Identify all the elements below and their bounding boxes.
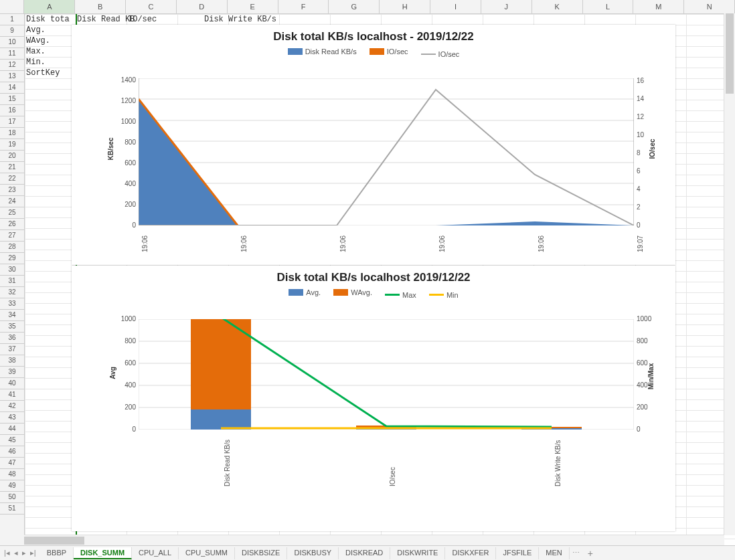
tab-nav-next-icon[interactable]: ▸ xyxy=(22,549,26,557)
row-header-50[interactable]: 50 xyxy=(0,492,24,503)
cell-a12[interactable]: Min. xyxy=(25,57,47,68)
add-sheet-button[interactable]: + xyxy=(582,548,598,559)
sheet-tab-diskwrite[interactable]: DISKWRITE xyxy=(390,547,445,559)
chart1-y1-tick: 800 xyxy=(112,138,136,146)
scrollbar-thumb[interactable] xyxy=(726,13,734,94)
row-header-44[interactable]: 44 xyxy=(0,424,24,435)
sheet-tab-cpu_summ[interactable]: CPU_SUMM xyxy=(179,547,235,559)
sheet-tab-cpu_all[interactable]: CPU_ALL xyxy=(132,547,179,559)
sheet-tab-diskbsize[interactable]: DISKBSIZE xyxy=(235,547,287,559)
column-header-D[interactable]: D xyxy=(177,0,228,13)
chart2-y2-tick: 400 xyxy=(637,381,648,389)
legend-label: WAvg. xyxy=(351,288,372,296)
column-header-H[interactable]: H xyxy=(380,0,430,13)
chart1-y2-tick: 6 xyxy=(637,167,641,175)
sheet-tab-diskbusy[interactable]: DISKBUSY xyxy=(287,547,339,559)
column-header-G[interactable]: G xyxy=(329,0,380,13)
column-header-E[interactable]: E xyxy=(228,0,278,13)
cell-a1[interactable]: Disk tota xyxy=(25,14,71,25)
row-header-12[interactable]: 12 xyxy=(0,60,24,71)
row-header-14[interactable]: 14 xyxy=(0,82,24,94)
row-header-35[interactable]: 35 xyxy=(0,321,24,333)
column-header-B[interactable]: B xyxy=(75,0,126,13)
chart2-y1-tick: 1000 xyxy=(112,315,136,322)
row-header-17[interactable]: 17 xyxy=(0,116,24,128)
chart-disk-total-summary[interactable]: Disk total KB/s localhost 2019/12/22 Avg… xyxy=(72,266,675,531)
row-header-20[interactable]: 20 xyxy=(0,151,24,162)
horizontal-scrollbar[interactable] xyxy=(24,535,724,546)
row-header-42[interactable]: 42 xyxy=(0,401,24,412)
tab-nav-first-icon[interactable]: |◂ xyxy=(4,549,10,557)
row-header-51[interactable]: 51 xyxy=(0,503,24,515)
row-header-9[interactable]: 9 xyxy=(0,25,24,37)
row-header-28[interactable]: 28 xyxy=(0,242,24,253)
cell-a9[interactable]: Avg. xyxy=(25,25,47,35)
column-header-M[interactable]: M xyxy=(633,0,684,13)
sheet-tab-disk_summ[interactable]: DISK_SUMM xyxy=(74,547,132,559)
chart-disk-total-timeseries[interactable]: Disk total KB/s localhost - 2019/12/22 D… xyxy=(72,25,675,265)
row-header-1[interactable]: 1 xyxy=(0,14,24,25)
column-header-F[interactable]: F xyxy=(278,0,329,13)
tab-nav-last-icon[interactable]: ▸| xyxy=(30,549,36,557)
row-header-10[interactable]: 10 xyxy=(0,37,24,48)
row-header-41[interactable]: 41 xyxy=(0,389,24,401)
row-header-22[interactable]: 22 xyxy=(0,173,24,185)
column-header-L[interactable]: L xyxy=(583,0,634,13)
row-header-33[interactable]: 33 xyxy=(0,298,24,310)
cell-a11[interactable]: Max. xyxy=(25,46,47,57)
row-header-29[interactable]: 29 xyxy=(0,253,24,264)
sheet-area[interactable]: Disk tota Disk Read KB IO/sec Disk Write… xyxy=(25,14,735,547)
row-header-25[interactable]: 25 xyxy=(0,207,24,219)
legend-label: IO/sec xyxy=(387,48,408,56)
row-header-48[interactable]: 48 xyxy=(0,469,24,480)
row-header-34[interactable]: 34 xyxy=(0,310,24,321)
row-header-38[interactable]: 38 xyxy=(0,355,24,367)
row-header-13[interactable]: 13 xyxy=(0,71,24,82)
row-header-27[interactable]: 27 xyxy=(0,230,24,242)
column-header-A[interactable]: A xyxy=(24,0,75,13)
row-header-46[interactable]: 46 xyxy=(0,446,24,458)
column-header-I[interactable]: I xyxy=(430,0,481,13)
row-header-36[interactable]: 36 xyxy=(0,333,24,344)
spreadsheet: ABCDEFGHIJKLMN 1910111213141516171819202… xyxy=(0,0,735,560)
cell-d1[interactable]: Disk Write KB/s xyxy=(203,14,278,25)
row-header-45[interactable]: 45 xyxy=(0,435,24,446)
vertical-scrollbar[interactable] xyxy=(724,13,735,535)
row-header-26[interactable]: 26 xyxy=(0,219,24,230)
row-header-23[interactable]: 23 xyxy=(0,185,24,196)
row-header-43[interactable]: 43 xyxy=(0,412,24,424)
sheet-tab-diskread[interactable]: DISKREAD xyxy=(339,547,390,559)
tabs-overflow-icon[interactable]: ⋯ xyxy=(570,549,582,557)
sheet-tab-men[interactable]: MEN xyxy=(539,547,569,559)
cell-a10[interactable]: WAvg. xyxy=(25,35,52,46)
sheet-tab-bbbp[interactable]: BBBP xyxy=(40,547,74,559)
column-header-C[interactable]: C xyxy=(126,0,177,13)
row-header-30[interactable]: 30 xyxy=(0,264,24,276)
row-header-39[interactable]: 39 xyxy=(0,367,24,378)
row-header-16[interactable]: 16 xyxy=(0,105,24,116)
row-header-31[interactable]: 31 xyxy=(0,276,24,287)
column-header-K[interactable]: K xyxy=(532,0,583,13)
column-header-J[interactable]: J xyxy=(481,0,532,13)
cell-a13[interactable]: SortKey xyxy=(25,68,61,78)
scrollbar-thumb[interactable] xyxy=(24,537,84,545)
cell-c1[interactable]: IO/sec xyxy=(127,14,158,25)
chart1-y1-tick: 1000 xyxy=(112,118,136,125)
sheet-tab-jfsfile[interactable]: JFSFILE xyxy=(496,547,539,559)
row-header-21[interactable]: 21 xyxy=(0,162,24,173)
row-header-40[interactable]: 40 xyxy=(0,378,24,389)
column-header-N[interactable]: N xyxy=(684,0,735,13)
row-header-49[interactable]: 49 xyxy=(0,480,24,492)
row-header-15[interactable]: 15 xyxy=(0,94,24,105)
sheet-tab-diskxfer[interactable]: DISKXFER xyxy=(445,547,496,559)
row-header-32[interactable]: 32 xyxy=(0,287,24,298)
row-header-19[interactable]: 19 xyxy=(0,139,24,151)
row-header-37[interactable]: 37 xyxy=(0,344,24,355)
chart1-y1-tick: 400 xyxy=(112,180,136,187)
row-header-18[interactable]: 18 xyxy=(0,128,24,139)
select-all-corner[interactable] xyxy=(0,0,24,13)
row-header-47[interactable]: 47 xyxy=(0,458,24,469)
row-header-24[interactable]: 24 xyxy=(0,196,24,207)
tab-nav-prev-icon[interactable]: ◂ xyxy=(14,549,18,557)
row-header-11[interactable]: 11 xyxy=(0,48,24,60)
